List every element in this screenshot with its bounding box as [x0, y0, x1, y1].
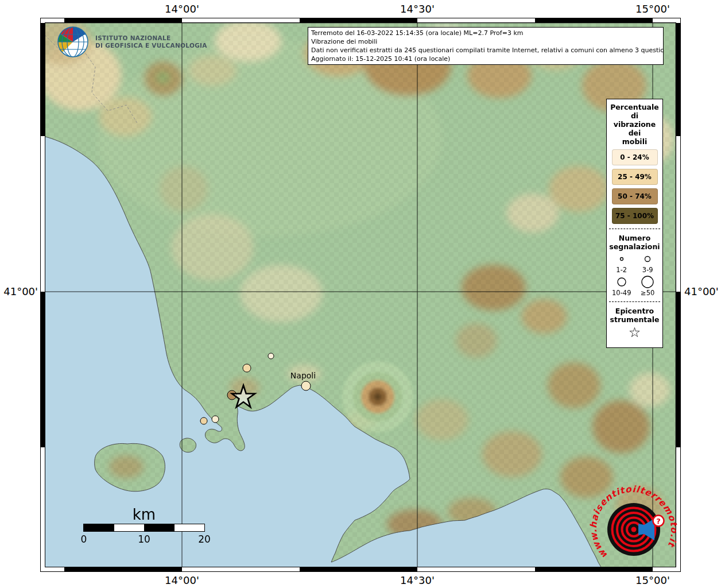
legend-swatch: 50 - 74%	[612, 188, 658, 204]
scale-tick-label: 0	[81, 533, 87, 545]
report-point-marker	[301, 381, 311, 390]
axis-label-bottom-15-00: 15°00'	[635, 574, 670, 586]
event-info-box: Terremoto del 16-03-2022 15:14:35 (ora l…	[308, 27, 664, 65]
axis-label-left-41-00: 41°00'	[1, 285, 38, 297]
legend-signals-title: Numero segnalazioni	[608, 234, 661, 251]
legend-size-class: 10-49	[608, 275, 635, 297]
scale-segment	[175, 524, 205, 531]
map-scale-bar: km 0 10 20	[83, 505, 205, 546]
question-mark-glyph: ?	[656, 517, 661, 525]
axis-label-top-14-30: 14°30'	[400, 3, 435, 15]
event-info-line-1: Terremoto del 16-03-2022 15:14:35 (ora l…	[311, 29, 660, 37]
legend-swatch: 75 - 100%	[612, 208, 658, 224]
legend-epicenter-star-icon: ☆	[608, 325, 661, 340]
hsit-intensity-map-page: Napoli 14°00' 14°30' 15°00' 14°00' 14°30…	[0, 0, 721, 588]
scale-unit-label: km	[83, 505, 205, 524]
scale-tick-labels: 0 10 20	[83, 533, 205, 546]
scale-segment	[114, 524, 145, 531]
axis-label-right-41-00: 41°00'	[684, 285, 719, 297]
event-info-line-2: Vibrazione dei mobili	[311, 37, 660, 46]
ingv-globe-icon	[56, 25, 90, 59]
ingv-logo-text: ISTITUTO NAZIONALE DI GEOFISICA E VULCAN…	[95, 34, 207, 49]
axis-label-top-14-00: 14°00'	[165, 3, 199, 15]
hsit-logo: www.haisentitoilterremoto.it ?	[589, 485, 679, 574]
map-legend: Percentuale di vibrazione dei mobili 0 -…	[606, 99, 663, 348]
ingv-logo: ISTITUTO NAZIONALE DI GEOFISICA E VULCAN…	[56, 25, 207, 59]
event-info-line-3: Dati non verificati estratti da 245 ques…	[311, 46, 660, 55]
legend-swatches: 0 - 24%25 - 49%50 - 74%75 - 100%	[608, 149, 661, 224]
legend-separator	[609, 229, 660, 229]
axis-label-bottom-14-00: 14°00'	[165, 574, 199, 586]
legend-separator-2	[609, 301, 660, 302]
legend-swatch: 0 - 24%	[612, 149, 658, 165]
legend-size-class: ≥50	[635, 275, 661, 297]
report-point-marker	[243, 364, 251, 372]
scale-segment	[84, 524, 114, 531]
report-point-marker	[212, 416, 219, 423]
ingv-name-line2: DI GEOFISICA E VULCANOLOGIA	[95, 42, 207, 49]
map-canvas: Napoli	[40, 18, 681, 572]
scale-segment	[144, 524, 175, 531]
city-label-napoli: Napoli	[290, 371, 316, 380]
ingv-name-line1: ISTITUTO NAZIONALE	[95, 34, 207, 42]
axis-label-top-15-00: 15°00'	[635, 3, 670, 15]
hsit-logo-icon: www.haisentitoilterremoto.it ?	[589, 485, 679, 574]
axis-label-bottom-14-30: 14°30'	[400, 574, 435, 586]
legend-size-class: 3-9	[635, 252, 661, 274]
event-info-line-4: Aggiornato il: 15-12-2025 10:41 (ora loc…	[311, 55, 660, 63]
scale-bar-segments	[83, 524, 205, 532]
legend-swatch: 25 - 49%	[612, 169, 658, 185]
legend-size-grid: 1-23-910-49≥50	[608, 252, 661, 297]
legend-title: Percentuale di vibrazione dei mobili	[608, 103, 661, 146]
scale-tick-label: 20	[198, 533, 211, 545]
report-point-marker	[268, 353, 274, 359]
report-point-marker	[200, 417, 207, 424]
legend-epicenter-title: Epicentro strumentale	[608, 307, 661, 324]
legend-size-class: 1-2	[608, 252, 635, 274]
scale-tick-label: 10	[138, 533, 150, 545]
